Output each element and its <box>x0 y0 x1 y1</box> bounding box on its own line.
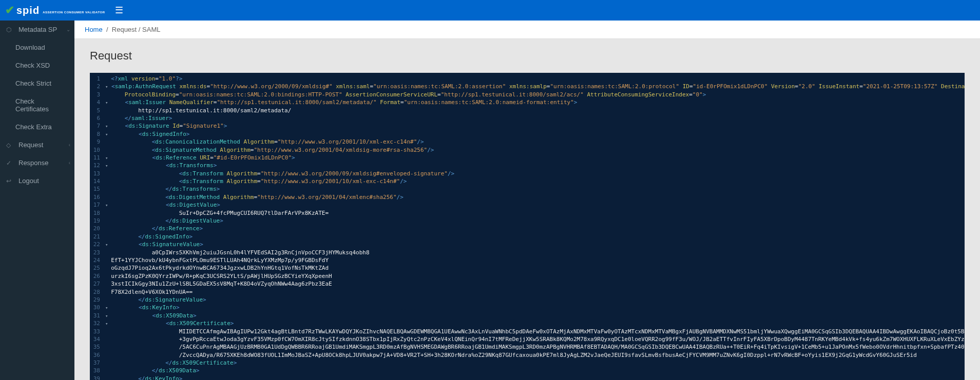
code-line: 16 <ds:DigestMethod Algorithm="http://ww… <box>90 193 965 201</box>
topbar: ✔ spid ASSERTION CONSUMER VALIDATOR ☰ <box>0 0 980 21</box>
sidebar-item-response[interactable]: ✓Response‹ <box>0 154 74 172</box>
code-line: 36 /ZvccQADya/R675XKEh8dWO83fUOL1ImMoJBa… <box>90 351 965 359</box>
chevron-left-icon: ‹ <box>69 142 70 148</box>
sidebar-item-metadata-sp[interactable]: ⬡Metadata SP⌄ <box>0 21 74 38</box>
code-line: 12▾ <ds:Transforms> <box>90 162 965 169</box>
code-line: 21 </ds:SignedInfo> <box>90 233 965 241</box>
sidebar-item-request[interactable]: ◇Request‹ <box>0 136 74 154</box>
sidebar-item-check-certificates[interactable]: Check Certificates <box>0 92 74 118</box>
code-line: 5 http://sp1.testunical.it:8000/saml2/me… <box>90 107 965 114</box>
code-line: 22▾ <ds:SignatureValue> <box>90 241 965 248</box>
breadcrumb-sep: / <box>106 26 108 33</box>
nav-label: Check Extra <box>15 123 52 131</box>
nav-label: Request <box>18 141 43 149</box>
sidebar-item-download[interactable]: Download <box>0 38 74 56</box>
code-line: 11▾ <ds:Reference URI="#id-E0rPFOmix1dLD… <box>90 154 965 162</box>
nav-icon: ✓ <box>6 159 14 167</box>
logo: ✔ spid ASSERTION CONSUMER VALIDATOR <box>5 4 105 17</box>
nav-icon: ↩ <box>6 177 14 185</box>
nav-label: Response <box>18 159 49 167</box>
logo-text: spid <box>16 5 40 16</box>
code-line: 3 ProtocolBinding="urn:oasis:names:tc:SA… <box>90 91 965 98</box>
code-line: 39 </ds:KeyInfo> <box>90 375 965 380</box>
chevron-left-icon: ‹ <box>69 160 70 166</box>
check-icon: ✔ <box>5 4 14 17</box>
code-line: 14 <ds:Transform Algorithm="http://www.w… <box>90 177 965 185</box>
code-line: 13 <ds:Transform Algorithm="http://www.w… <box>90 170 965 177</box>
content: Home / Request / SAML Request 1 <?xml ve… <box>74 21 980 380</box>
code-line: 4▾ <saml:Issuer NameQualifier="http://sp… <box>90 98 965 106</box>
code-line: 38 </ds:X509Data> <box>90 367 965 374</box>
code-line: 30▾ <ds:KeyInfo> <box>90 304 965 311</box>
code-block[interactable]: 1 <?xml version="1.0"?>2▾ <samlp:AuthnRe… <box>90 73 965 380</box>
sidebar-item-check-xsd[interactable]: Check XSD <box>0 56 74 74</box>
nav-label: Check Strict <box>15 79 51 87</box>
code-line: 19 </ds:DigestValue> <box>90 217 965 225</box>
code-line: 29 </ds:SignatureValue> <box>90 296 965 304</box>
nav-icon: ⬡ <box>6 26 14 33</box>
code-line: 35 /5AC6CuPnrAgMBAAGjUzBRMB0GA1UdDgQWBBR… <box>90 343 965 351</box>
code-line: 15 </ds:Transforms> <box>90 185 965 193</box>
chevron-down-icon: ⌄ <box>66 27 70 32</box>
code-line: 17▾ <ds:DigestValue> <box>90 201 965 209</box>
logo-subtitle: ASSERTION CONSUMER VALIDATOR <box>43 11 105 14</box>
code-line: 24 EfT+1YYJChovb/kU4ybnFGxtPLOmu9ESTlLUA… <box>90 256 965 264</box>
code-line: 37 </ds:X509Certificate> <box>90 359 965 367</box>
code-line: 33 MIIDETCCAfmgAwIBAgIUPw12Gkt4agBtLBntd… <box>90 328 965 335</box>
code-line: 28 F78X2dlenQ+V6XOk1YDnUA== <box>90 288 965 296</box>
page-body: Request 1 <?xml version="1.0"?>2▾ <samlp… <box>74 39 980 380</box>
code-line: 23 a0CpIWrs5XKhVmj2uiuJGsnL0h4lYFVEdSAI2… <box>90 249 965 256</box>
code-line: 7▾ <ds:Signature Id="Signature1"> <box>90 122 965 130</box>
nav-label: Metadata SP <box>18 26 57 33</box>
code-line: 25 oGzqdJ7Pioq2Ax6tPkydrkdOYnwBCA6734Jgz… <box>90 264 965 272</box>
hamburger-icon[interactable]: ☰ <box>115 5 123 16</box>
code-line: 8▾ <ds:SignedInfo> <box>90 130 965 138</box>
code-line: 10 <ds:SignatureMethod Algorithm="http:/… <box>90 146 965 154</box>
code-line: 18 SuIr+DpCZG+4fcPMugCUI6RUQ7tlDarFArVPx… <box>90 209 965 217</box>
code-line: 27 3xstICIkGgy3NIu1ZzU+lSBL5GDaEX5sV8MqT… <box>90 280 965 288</box>
sidebar-item-check-strict[interactable]: Check Strict <box>0 74 74 92</box>
code-line: 34 +3gvPpRccaEtwJoda3gYzvF35VMzp0fCW7OmX… <box>90 335 965 343</box>
code-line: 9 <ds:CanonicalizationMethod Algorithm="… <box>90 138 965 146</box>
code-line: 32▾ <ds:X509Certificate> <box>90 319 965 327</box>
nav-icon: ◇ <box>6 142 14 149</box>
breadcrumb-home[interactable]: Home <box>85 26 103 33</box>
nav-label: Check Certificates <box>15 97 68 113</box>
page-title: Request <box>90 49 965 63</box>
code-line: 26 urzkI6sgZPzK0QYrzIWPw/R+pKqC3UCSRS2YL… <box>90 272 965 280</box>
sidebar-item-check-extra[interactable]: Check Extra <box>0 118 74 136</box>
breadcrumb-current: Request / SAML <box>112 26 161 33</box>
code-line: 31▾ <ds:X509Data> <box>90 312 965 319</box>
code-line: 20 </ds:Reference> <box>90 225 965 232</box>
nav-label: Logout <box>18 177 39 185</box>
code-line: 2▾ <samlp:AuthnRequest xmlns:ds="http://… <box>90 83 965 90</box>
nav-label: Download <box>15 44 45 51</box>
nav-label: Check XSD <box>15 62 50 69</box>
sidebar-item-logout[interactable]: ↩Logout <box>0 172 74 190</box>
sidebar: ⬡Metadata SP⌄DownloadCheck XSDCheck Stri… <box>0 21 74 380</box>
code-line: 6 </saml:Issuer> <box>90 114 965 122</box>
code-line: 1 <?xml version="1.0"?> <box>90 75 965 83</box>
breadcrumb: Home / Request / SAML <box>74 21 980 39</box>
